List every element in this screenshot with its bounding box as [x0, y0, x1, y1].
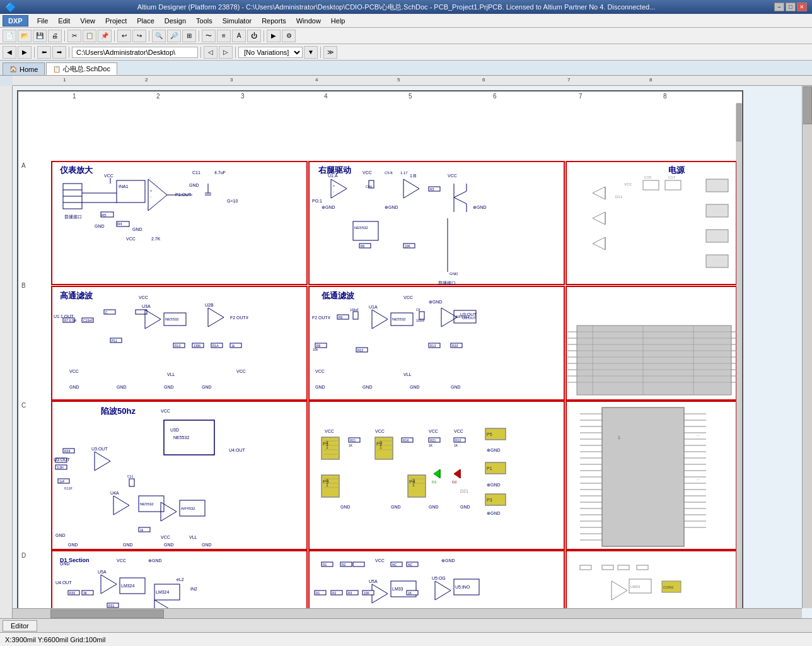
schematic-canvas[interactable]: 1 2 3 4 5 6 7 8 1 2 3 4 [0, 76, 812, 618]
menu-tools[interactable]: Tools [191, 16, 218, 26]
svg-text:D11: D11 [615, 195, 623, 199]
tb-power[interactable]: ⏻ [247, 30, 261, 42]
tb-redo[interactable]: ↪ [132, 30, 146, 42]
svg-text:R9: R9 [339, 315, 343, 319]
svg-text:陷波50hz: 陷波50hz [101, 406, 136, 416]
svg-text:1K: 1K [408, 591, 412, 595]
svg-text:GND: GND [68, 543, 78, 547]
svg-rect-112 [706, 255, 728, 267]
svg-text:C15: C15 [644, 175, 652, 179]
svg-text:U1A: U1A [369, 305, 378, 309]
menu-project[interactable]: Project [100, 16, 132, 26]
tb2-nav-fwd[interactable]: ▷ [219, 46, 233, 59]
tb-fit[interactable]: ⊞ [182, 30, 196, 42]
tb2-btn3[interactable]: ⬅ [37, 46, 51, 59]
tb2-extra[interactable]: ≫ [323, 46, 337, 59]
path-display: C:\Users\Administrator\Desktop\ [72, 47, 198, 58]
svg-text:VCC: VCC [104, 173, 113, 178]
svg-rect-110 [706, 204, 728, 217]
toolbar1: 📄 📂 💾 🖨 ✂ 📋 📌 ↩ ↪ 🔍 🔎 ⊞ 〜 ≡ A ⏻ ▶ ⚙ [0, 28, 812, 44]
tab-doc[interactable]: 📋 心电总.SchDoc [46, 62, 117, 75]
tb-print[interactable]: 🖨 [48, 30, 62, 42]
svg-text:U2B: U2B [205, 303, 214, 307]
tb-compile[interactable]: ▶ [267, 30, 281, 42]
svg-rect-164 [353, 312, 358, 319]
svg-text:NE5532: NE5532 [354, 226, 368, 230]
svg-text:1k: 1k [231, 344, 235, 348]
tb-paste[interactable]: 📌 [98, 30, 112, 42]
tb-open[interactable]: 📂 [18, 30, 32, 42]
svg-text:1: 1 [326, 445, 328, 449]
menu-simulator[interactable]: Simulator [218, 16, 257, 26]
svg-text:NE5532: NE5532 [140, 502, 154, 506]
close-button[interactable]: ✕ [797, 3, 807, 11]
svg-text:GND: GND [69, 385, 79, 389]
svg-text:C: C [105, 310, 108, 314]
menu-file[interactable]: File [32, 16, 54, 26]
tb-label[interactable]: A [232, 30, 246, 42]
tb-zoom-in[interactable]: 🔍 [152, 30, 166, 42]
tb2-variations-btn[interactable]: ▼ [304, 46, 318, 59]
svg-text:U3:OUT: U3:OUT [54, 457, 70, 462]
menu-window[interactable]: Window [291, 16, 326, 26]
svg-text:7: 7 [579, 93, 583, 100]
svg-text:VCC: VCC [362, 170, 372, 175]
svg-text:GND: GND [450, 272, 458, 276]
maximize-button[interactable]: □ [786, 3, 796, 11]
svg-text:R5: R5 [102, 213, 107, 217]
minimize-button[interactable]: − [774, 3, 784, 11]
svg-text:F2 OUT#: F2 OUT# [230, 315, 248, 320]
menu-reports[interactable]: Reports [257, 16, 291, 26]
tb2-btn4[interactable]: ➡ [52, 46, 66, 59]
tb-wire[interactable]: 〜 [202, 30, 216, 42]
tb-new[interactable]: 📄 [3, 30, 16, 42]
tab-bar: 🏠 Home 📋 心电总.SchDoc [0, 61, 812, 76]
svg-text:NC: NC [408, 563, 413, 567]
tb-cut[interactable]: ✂ [67, 30, 81, 42]
svg-text:C5:8: C5:8 [385, 171, 393, 175]
menu-help[interactable]: Help [326, 16, 351, 26]
svg-rect-448 [736, 103, 741, 613]
tb2-nav-back[interactable]: ◁ [204, 46, 218, 59]
sch-content[interactable]: 1 2 3 4 5 6 7 8 A B C D 1 2 3 4 5 [13, 86, 812, 618]
svg-text:GND: GND [391, 505, 401, 509]
svg-text:GND: GND [164, 385, 174, 389]
svg-text:R10: R10 [455, 438, 461, 442]
menu-edit[interactable]: Edit [53, 16, 75, 26]
bottom-tab-editor[interactable]: Editor [3, 620, 37, 631]
svg-text:F2 OUT#: F2 OUT# [312, 315, 330, 320]
svg-text:GND: GND [55, 533, 66, 537]
vertical-scrollbar[interactable] [802, 86, 812, 608]
menu-view[interactable]: View [75, 16, 100, 26]
menu-place[interactable]: Place [132, 16, 160, 26]
svg-text:GND: GND [123, 543, 133, 547]
svg-text:GND: GND [202, 385, 212, 389]
dxp-button[interactable]: DXP [3, 15, 28, 26]
svg-text:R21: R21 [350, 438, 356, 442]
svg-text:VCC: VCC [454, 429, 463, 433]
tb-zoom-out[interactable]: 🔎 [167, 30, 181, 42]
variations-select[interactable]: [No Variations] [238, 47, 303, 58]
tb-copy[interactable]: 📋 [83, 30, 96, 42]
tb-undo[interactable]: ↩ [117, 30, 131, 42]
svg-text:C10nF: C10nF [83, 319, 93, 322]
svg-text:U1:A: U1:A [328, 173, 338, 178]
tb2-btn2[interactable]: ▶ [18, 46, 32, 59]
svg-text:⊕GND: ⊕GND [322, 205, 335, 209]
tb-bus[interactable]: ≡ [217, 30, 231, 42]
svg-text:GND: GND [132, 227, 142, 232]
svg-rect-437 [580, 565, 591, 570]
svg-text:R29: R29 [64, 449, 70, 453]
tab-home[interactable]: 🏠 Home [3, 62, 45, 75]
tb-build[interactable]: ⚙ [282, 30, 296, 42]
bottom-tab-editor-label: Editor [11, 622, 29, 630]
title-bar: 🔷 Altium Designer (Platform 23878) - C:\… [0, 0, 812, 14]
svg-rect-386 [353, 562, 364, 567]
svg-text:1: 1 [412, 483, 415, 487]
tb-save[interactable]: 💾 [33, 30, 47, 42]
menu-design[interactable]: Design [160, 16, 191, 26]
tb2-btn1[interactable]: ◀ [3, 46, 16, 59]
svg-text:R1K: R1K [403, 438, 409, 442]
svg-text:P3: P3 [487, 498, 492, 502]
horizontal-scrollbar[interactable] [13, 608, 802, 618]
